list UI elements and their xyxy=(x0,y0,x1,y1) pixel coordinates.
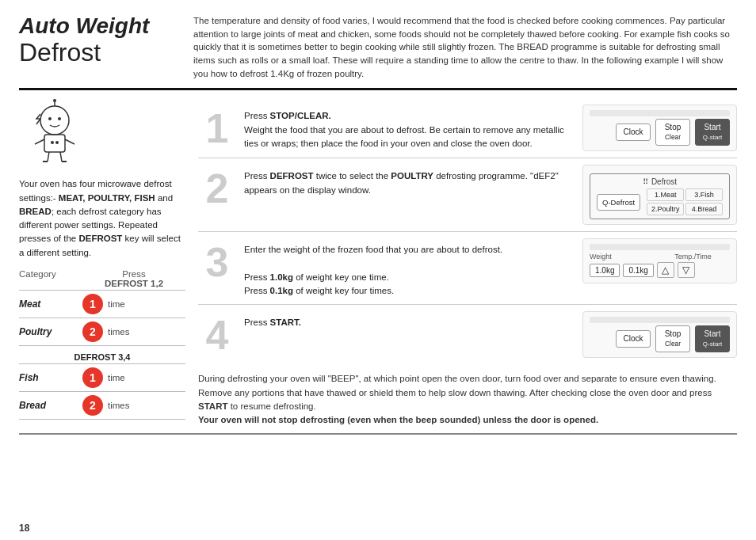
cat-label-poultry: Poultry xyxy=(19,326,82,337)
divider-bottom xyxy=(19,433,737,435)
table-col-category: Category xyxy=(19,269,82,288)
svg-point-2 xyxy=(58,117,61,120)
arrow-up-btn[interactable]: △ xyxy=(657,262,674,278)
step-4-block: 4 Press START. Clock StopClear StartQ-st… xyxy=(198,305,737,364)
step-2-block: 2 Press DEFROST twice to select the POUL… xyxy=(198,158,737,232)
oven-panel-4: Clock StopClear StartQ-start xyxy=(590,325,730,352)
display-strip-3 xyxy=(590,244,730,250)
oven-panel-1: Clock StopClear StartQ-start xyxy=(590,119,730,146)
step-2-panel: ⠿ Defrost Q-Defrost 1.Meat 3.Fish 2.Poul… xyxy=(582,165,737,225)
svg-line-11 xyxy=(65,139,74,144)
stop-clear-btn-4[interactable]: StopClear xyxy=(655,325,690,352)
table-row-poultry: Poultry 2 times xyxy=(19,318,185,346)
clock-btn-4[interactable]: Clock xyxy=(616,330,651,348)
defrost34-label: DEFROST 3,4 xyxy=(19,352,185,362)
defrost-item-2[interactable]: 2.Poultry xyxy=(647,203,684,215)
step-1-block: 1 Press STOP/CLEAR. Weight the food that… xyxy=(198,98,737,158)
step-3-number: 3 xyxy=(198,241,236,283)
svg-point-4 xyxy=(53,99,56,102)
title-block: Auto Weight Defrost xyxy=(19,14,178,80)
header-description: The temperature and density of food vari… xyxy=(193,14,737,80)
time-label-bread: times xyxy=(108,401,129,410)
cat-label-fish: Fish xyxy=(19,372,82,383)
table-row-fish: Fish 1 time xyxy=(19,363,185,391)
defrost-item-4[interactable]: 4.Bread xyxy=(685,203,723,215)
svg-line-6 xyxy=(48,152,49,162)
svg-point-0 xyxy=(40,106,69,135)
step-3-panel: Weight Temp./Time 1.0kg 0.1kg △ ▽ xyxy=(582,238,737,283)
step-3-text: Enter the weight of the frozen food that… xyxy=(244,238,575,298)
svg-rect-5 xyxy=(44,135,65,152)
defrost-box: ⠿ Defrost Q-Defrost 1.Meat 3.Fish 2.Poul… xyxy=(590,173,730,219)
divider-header xyxy=(19,88,737,90)
step-1-panel: Clock StopClear StartQ-start xyxy=(582,105,737,151)
table-row-meat: Meat 1 time xyxy=(19,290,185,318)
weight-01kg-btn[interactable]: 0.1kg xyxy=(623,264,653,277)
header-section: Auto Weight Defrost The temperature and … xyxy=(19,14,737,80)
svg-point-1 xyxy=(48,117,52,120)
left-description: Your oven has four microwave defrost set… xyxy=(19,177,185,260)
weight-1kg-btn[interactable]: 1.0kg xyxy=(590,264,620,277)
time-label-fish: time xyxy=(108,373,125,382)
left-panel: Your oven has four microwave defrost set… xyxy=(19,98,185,427)
table-col-press: Press DEFROST 1,2 xyxy=(82,269,185,288)
step-1-text: Press STOP/CLEAR. Weight the food that y… xyxy=(244,105,575,150)
qdefrost-btn[interactable]: Q-Defrost xyxy=(597,194,640,211)
table-row-bread: Bread 2 times xyxy=(19,391,185,420)
bottom-text: During defrosting your oven will "BEEP",… xyxy=(198,372,737,427)
page: Auto Weight Defrost The temperature and … xyxy=(0,0,756,540)
svg-point-13 xyxy=(55,141,59,144)
weight-header-row: Weight Temp./Time xyxy=(590,253,730,260)
display-strip-4 xyxy=(590,317,730,323)
cat-label-bread: Bread xyxy=(19,400,82,411)
weight-controls: 1.0kg 0.1kg △ ▽ xyxy=(590,262,730,278)
right-panel: 1 Press STOP/CLEAR. Weight the food that… xyxy=(198,98,737,427)
step-3-block: 3 Enter the weight of the frozen food th… xyxy=(198,232,737,305)
mascot-image xyxy=(19,98,90,169)
defrost-box-title: ⠿ Defrost xyxy=(597,177,723,186)
start-btn-1[interactable]: StartQ-start xyxy=(695,119,730,146)
badge-fish: 1 xyxy=(82,367,103,388)
arrow-down-btn[interactable]: ▽ xyxy=(678,262,695,278)
badge-meat: 1 xyxy=(82,294,103,314)
main-content: Your oven has four microwave defrost set… xyxy=(19,98,737,427)
stop-clear-btn-1[interactable]: StopClear xyxy=(655,119,690,146)
svg-point-12 xyxy=(51,141,54,144)
badge-poultry: 2 xyxy=(82,321,103,342)
svg-line-10 xyxy=(35,139,44,144)
bottom-bold-text: Your oven will not stop defrosting (even… xyxy=(198,415,598,424)
time-label-poultry: times xyxy=(108,327,129,337)
cat-label-meat: Meat xyxy=(19,299,82,310)
defrost-item-1[interactable]: 1.Meat xyxy=(647,188,684,201)
page-title-line1: Auto Weight xyxy=(19,14,178,39)
page-number: 18 xyxy=(19,523,29,534)
step-2-text: Press DEFROST twice to select the POULTR… xyxy=(244,165,575,197)
time-label-meat: time xyxy=(108,299,125,309)
page-title-line2: Defrost xyxy=(19,39,178,67)
weight-col-label: Weight xyxy=(590,253,653,260)
start-btn-4[interactable]: StartQ-start xyxy=(695,325,730,352)
defrost-item-3[interactable]: 3.Fish xyxy=(685,188,723,201)
step-2-number: 2 xyxy=(198,168,236,209)
temp-col-label: Temp./Time xyxy=(656,253,730,260)
defrost-table: Category Press DEFROST 1,2 Meat 1 time P… xyxy=(19,269,185,420)
step-4-number: 4 xyxy=(198,314,236,356)
display-strip-1 xyxy=(590,110,730,116)
step-4-text: Press START. xyxy=(244,311,575,329)
step-4-panel: Clock StopClear StartQ-start xyxy=(582,311,737,358)
badge-bread: 2 xyxy=(82,395,103,416)
clock-btn-1[interactable]: Clock xyxy=(616,124,651,141)
step-1-number: 1 xyxy=(198,108,236,149)
svg-line-7 xyxy=(60,152,62,162)
